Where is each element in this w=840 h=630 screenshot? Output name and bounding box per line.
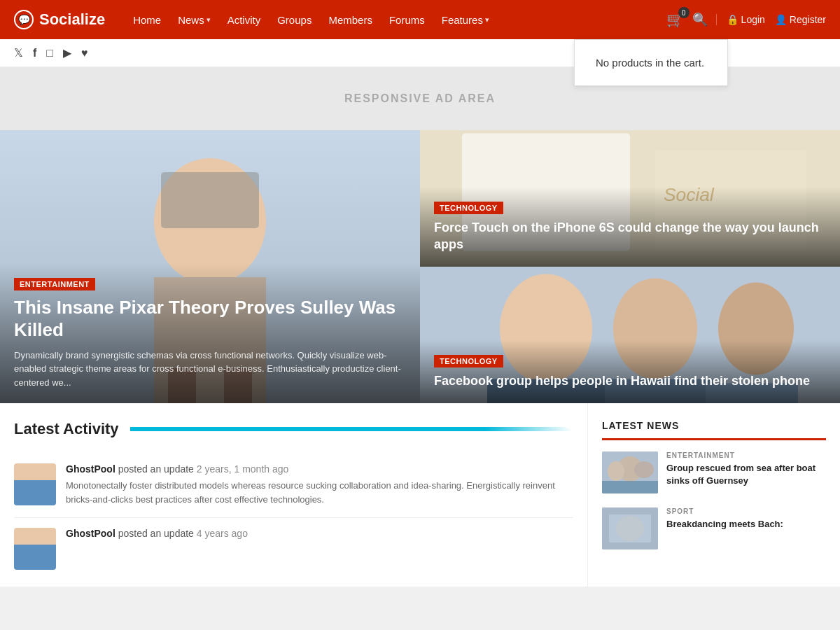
cart-button[interactable]: 🛒 0	[666, 11, 684, 28]
register-link[interactable]: 👤 Register	[775, 14, 826, 25]
instagram-icon[interactable]: □	[46, 47, 53, 59]
lock-icon: 🔒	[727, 14, 738, 25]
activity-item-partial: GhostPool posted an update 4 years ago	[14, 518, 573, 570]
featured-main-excerpt: Dynamically brand synergistic schemas vi…	[14, 349, 406, 390]
news-item[interactable]: SPORT Breakdancing meets Bach:	[602, 507, 826, 550]
brand-name: Socialize	[39, 10, 105, 29]
news-thumbnail	[602, 507, 658, 550]
news-item-title: Breakdancing meets Bach:	[666, 518, 783, 531]
svg-point-27	[616, 516, 644, 541]
activity-item-content: GhostPool posted an update 4 years ago	[66, 528, 248, 543]
featured-top-right-article[interactable]: Social TECHNOLOGY Force Touch on the iPh…	[420, 130, 840, 267]
nav-right: 🛒 0 🔍 🔒 Login 👤 Register	[666, 11, 826, 28]
nav-features[interactable]: Features ▾	[435, 8, 496, 31]
activity-item: GhostPool posted an update 2 years, 1 mo…	[14, 452, 573, 518]
activity-user: GhostPool	[66, 463, 115, 475]
featured-bottom-right-title: Facebook group helps people in Hawaii fi…	[434, 373, 826, 389]
facebook-icon[interactable]: f	[33, 47, 36, 59]
nav-links: Home News ▾ Activity Groups Members Foru…	[126, 8, 666, 31]
activity-action: posted an update	[118, 528, 197, 539]
search-button[interactable]: 🔍	[692, 12, 708, 27]
featured-top-right-title: Force Touch on the iPhone 6S could chang…	[434, 220, 826, 253]
nav-members[interactable]: Members	[321, 8, 379, 31]
activity-action: posted an update	[118, 463, 197, 475]
activity-meta: GhostPool posted an update 4 years ago	[66, 528, 248, 539]
nav-home[interactable]: Home	[126, 8, 168, 31]
nav-groups[interactable]: Groups	[270, 8, 318, 31]
activity-section-title: Latest Activity	[14, 420, 119, 438]
featured-top-right-overlay: TECHNOLOGY Force Touch on the iPhone 6S …	[420, 187, 840, 267]
nav-forums[interactable]: Forums	[382, 8, 432, 31]
activity-heading: Latest Activity	[14, 420, 573, 438]
avatar-image	[14, 463, 56, 505]
navbar: 💬 Socialize Home News ▾ Activity Groups …	[0, 0, 840, 39]
nav-news[interactable]: News ▾	[171, 8, 218, 31]
news-item-content: ENTERTAINMENT Group rescued from sea aft…	[666, 451, 826, 493]
news-item[interactable]: ENTERTAINMENT Group rescued from sea aft…	[602, 451, 826, 493]
svg-rect-24	[602, 481, 658, 493]
news-item-tag: ENTERTAINMENT	[666, 451, 826, 459]
activity-time: 2 years, 1 month ago	[197, 463, 289, 475]
activity-panel: Latest Activity GhostPool posted an upda…	[0, 403, 588, 587]
news-item-tag: SPORT	[666, 507, 783, 515]
youtube-icon[interactable]: ▶	[63, 46, 71, 59]
activity-item-content: GhostPool posted an update 2 years, 1 mo…	[66, 463, 573, 506]
features-chevron-icon: ▾	[485, 15, 489, 24]
svg-rect-6	[161, 172, 259, 228]
svg-point-22	[608, 461, 624, 481]
avatar	[14, 463, 56, 505]
cart-badge: 0	[678, 7, 690, 18]
featured-bottom-right-tag: TECHNOLOGY	[434, 355, 503, 368]
news-chevron-icon: ▾	[206, 15, 211, 24]
twitter-icon[interactable]: 𝕏	[14, 46, 23, 59]
vimeo-icon[interactable]: ♥	[81, 47, 88, 59]
news-item-title: Group rescued from sea after boat sinks …	[666, 462, 826, 487]
news-sidebar: LATEST NEWS ENTERTAINMENT Group rescued …	[588, 403, 840, 587]
svg-point-23	[634, 461, 654, 478]
cart-dropdown: No products in the cart.	[574, 39, 728, 86]
featured-grid: ENTERTAINMENT This Insane Pixar Theory P…	[0, 130, 840, 403]
activity-time: 4 years ago	[197, 528, 248, 539]
register-icon: 👤	[775, 14, 787, 25]
featured-main-overlay: ENTERTAINMENT This Insane Pixar Theory P…	[0, 263, 420, 404]
brand-icon: 💬	[14, 10, 34, 29]
avatar-image	[14, 528, 56, 570]
activity-meta: GhostPool posted an update 2 years, 1 mo…	[66, 463, 573, 475]
nav-activity[interactable]: Activity	[220, 8, 268, 31]
news-thumb-image	[602, 451, 658, 493]
news-thumbnail	[602, 451, 658, 493]
featured-bottom-right-article[interactable]: TECHNOLOGY Facebook group helps people i…	[420, 267, 840, 403]
auth-links: 🔒 Login 👤 Register	[716, 14, 826, 25]
activity-user: GhostPool	[66, 528, 115, 539]
featured-main-title: This Insane Pixar Theory Proves Sulley W…	[14, 296, 406, 342]
featured-bottom-right-overlay: TECHNOLOGY Facebook group helps people i…	[420, 340, 840, 403]
news-sidebar-title: LATEST NEWS	[602, 420, 826, 440]
featured-main-tag: ENTERTAINMENT	[14, 278, 95, 290]
avatar	[14, 528, 56, 570]
featured-main-article[interactable]: ENTERTAINMENT This Insane Pixar Theory P…	[0, 130, 420, 403]
featured-top-right-tag: TECHNOLOGY	[434, 202, 503, 214]
activity-text: Monotonectally foster distributed models…	[66, 479, 573, 506]
activity-title-bar	[130, 427, 573, 431]
lower-section: Latest Activity GhostPool posted an upda…	[0, 403, 840, 587]
brand-logo[interactable]: 💬 Socialize	[14, 10, 105, 29]
news-thumb-image	[602, 507, 658, 550]
login-link[interactable]: 🔒 Login	[727, 14, 765, 25]
news-item-content: SPORT Breakdancing meets Bach:	[666, 507, 783, 550]
